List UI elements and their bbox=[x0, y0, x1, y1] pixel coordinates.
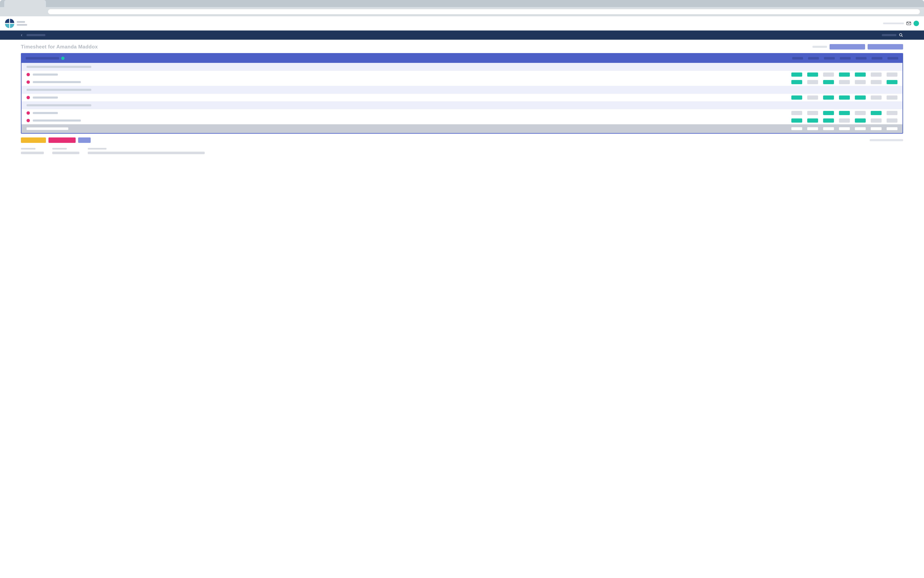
time-cell[interactable] bbox=[791, 96, 802, 100]
section-header bbox=[21, 101, 903, 109]
footer-total-cell bbox=[791, 127, 802, 130]
day-header bbox=[872, 57, 882, 60]
footer-col bbox=[88, 148, 205, 154]
timesheet-footer bbox=[21, 124, 903, 133]
secondary-navbar: ‹ bbox=[0, 31, 924, 40]
time-cell[interactable] bbox=[871, 96, 882, 100]
page-actions-row bbox=[21, 138, 903, 143]
timesheet-row bbox=[21, 109, 903, 117]
day-header bbox=[792, 57, 803, 60]
section-title-placeholder bbox=[26, 104, 91, 106]
row-marker-icon bbox=[26, 96, 30, 99]
time-cell[interactable] bbox=[823, 111, 834, 115]
row-label-placeholder bbox=[33, 81, 81, 83]
svg-line-2 bbox=[902, 36, 903, 37]
row-marker-icon bbox=[26, 119, 30, 122]
browser-tab-bar bbox=[0, 0, 924, 7]
footer-totals bbox=[791, 127, 898, 130]
time-cell[interactable] bbox=[871, 111, 882, 115]
day-header bbox=[887, 57, 898, 60]
footer-col bbox=[52, 148, 80, 154]
time-cell[interactable] bbox=[807, 119, 818, 123]
app-logo bbox=[5, 19, 14, 28]
breadcrumb-placeholder bbox=[26, 34, 45, 36]
row-marker-icon bbox=[26, 80, 30, 84]
section-title-placeholder bbox=[26, 89, 91, 91]
time-cell[interactable] bbox=[791, 119, 802, 123]
action-button-blue[interactable] bbox=[78, 138, 91, 143]
chevron-left-icon[interactable]: ‹ bbox=[21, 32, 22, 38]
day-header bbox=[840, 57, 851, 60]
time-cell[interactable] bbox=[871, 119, 882, 123]
time-cell[interactable] bbox=[807, 80, 818, 84]
time-cell[interactable] bbox=[839, 80, 850, 84]
time-cell[interactable] bbox=[839, 73, 850, 77]
row-cells bbox=[791, 119, 898, 123]
section-header bbox=[21, 86, 903, 94]
time-cell[interactable] bbox=[791, 111, 802, 115]
row-cells bbox=[791, 80, 898, 84]
row-cells bbox=[791, 111, 898, 115]
footer-total-cell bbox=[855, 127, 866, 130]
timesheet-row bbox=[21, 78, 903, 86]
header-action-button-1[interactable] bbox=[830, 44, 865, 50]
status-indicator-icon bbox=[61, 57, 65, 60]
time-cell[interactable] bbox=[887, 111, 898, 115]
time-cell[interactable] bbox=[839, 111, 850, 115]
timesheet-row bbox=[21, 71, 903, 78]
time-cell[interactable] bbox=[823, 96, 834, 100]
time-cell[interactable] bbox=[807, 73, 818, 77]
action-button-pink[interactable] bbox=[49, 138, 76, 143]
browser-toolbar bbox=[0, 7, 924, 16]
user-avatar[interactable] bbox=[914, 21, 919, 26]
header-meta-placeholder bbox=[812, 46, 827, 48]
time-cell[interactable] bbox=[855, 73, 866, 77]
nav-action-placeholder[interactable] bbox=[882, 34, 896, 36]
header-link-placeholder[interactable] bbox=[883, 23, 904, 24]
timesheet-panel bbox=[21, 53, 903, 134]
row-marker-icon bbox=[26, 111, 30, 115]
time-cell[interactable] bbox=[807, 111, 818, 115]
day-header bbox=[856, 57, 867, 60]
footer-total-cell bbox=[823, 127, 834, 130]
row-label-placeholder bbox=[33, 73, 58, 76]
time-cell[interactable] bbox=[855, 80, 866, 84]
time-cell[interactable] bbox=[871, 80, 882, 84]
time-cell[interactable] bbox=[887, 80, 898, 84]
url-bar[interactable] bbox=[48, 9, 920, 14]
time-cell[interactable] bbox=[887, 73, 898, 77]
time-cell[interactable] bbox=[839, 96, 850, 100]
time-cell[interactable] bbox=[823, 80, 834, 84]
time-cell[interactable] bbox=[887, 119, 898, 123]
time-cell[interactable] bbox=[807, 96, 818, 100]
timesheet-body bbox=[21, 63, 903, 124]
row-label-placeholder bbox=[33, 96, 58, 99]
row-cells bbox=[791, 73, 898, 77]
row-marker-icon bbox=[26, 73, 30, 76]
timesheet-row bbox=[21, 94, 903, 101]
time-cell[interactable] bbox=[791, 73, 802, 77]
mail-icon[interactable] bbox=[906, 22, 911, 25]
time-cell[interactable] bbox=[887, 96, 898, 100]
time-cell[interactable] bbox=[823, 119, 834, 123]
action-button-yellow[interactable] bbox=[21, 138, 46, 143]
section-header bbox=[21, 63, 903, 71]
main-content: Timesheet for Amanda Maddox bbox=[0, 40, 924, 158]
footer-total-label bbox=[26, 127, 68, 130]
time-cell[interactable] bbox=[855, 96, 866, 100]
app-header bbox=[0, 16, 924, 31]
time-cell[interactable] bbox=[871, 73, 882, 77]
time-cell[interactable] bbox=[791, 80, 802, 84]
day-column-headers bbox=[792, 57, 898, 60]
time-cell[interactable] bbox=[839, 119, 850, 123]
time-cell[interactable] bbox=[823, 73, 834, 77]
time-cell[interactable] bbox=[855, 119, 866, 123]
row-label-placeholder bbox=[33, 120, 81, 122]
page-header: Timesheet for Amanda Maddox bbox=[21, 44, 903, 50]
browser-tab[interactable] bbox=[4, 0, 46, 7]
time-cell[interactable] bbox=[855, 111, 866, 115]
header-action-button-2[interactable] bbox=[867, 44, 903, 50]
day-header bbox=[808, 57, 819, 60]
search-icon[interactable] bbox=[899, 33, 903, 37]
svg-point-1 bbox=[900, 34, 902, 36]
